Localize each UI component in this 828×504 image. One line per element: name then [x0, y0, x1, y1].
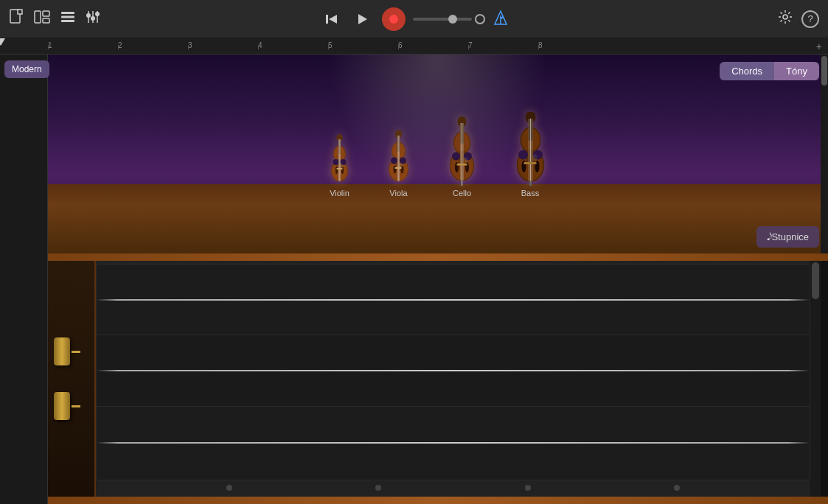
svg-point-24	[333, 159, 339, 165]
stupnice-button[interactable]: 𝅘𝅥𝅮 Stupnice	[756, 226, 819, 248]
main-area: Modern	[0, 55, 828, 504]
ruler-mark-2: 2	[118, 41, 122, 49]
violin-label: Violin	[330, 189, 349, 197]
record-dot	[389, 15, 398, 24]
instruments-row: Violin	[326, 112, 551, 197]
content-area: Violin	[48, 55, 828, 504]
tuning-peg-1	[48, 337, 94, 365]
mixer-icon[interactable]	[86, 10, 100, 28]
svg-point-31	[335, 167, 338, 174]
viola-label: Viola	[389, 189, 407, 197]
timeline-ruler: 1 2 3 4 5 6 7 8 +	[0, 38, 828, 55]
svg-rect-4	[43, 18, 49, 23]
gear-icon[interactable]	[778, 10, 793, 28]
bottom-section	[48, 253, 828, 504]
stupnice-label: Stupnice	[771, 231, 809, 242]
new-document-icon[interactable]	[9, 9, 24, 29]
ruler-mark-7: 7	[468, 41, 473, 49]
svg-point-12	[91, 16, 95, 21]
viola-icon	[383, 127, 414, 186]
svg-rect-14	[326, 15, 328, 24]
layout-icon[interactable]	[34, 10, 50, 27]
svg-rect-33	[337, 168, 343, 169]
modern-button[interactable]: Modern	[4, 60, 49, 78]
track-row-3	[97, 407, 810, 480]
ruler-mark-6: 6	[398, 41, 403, 49]
play-button[interactable]	[351, 7, 375, 31]
wood-bottom-border	[48, 497, 828, 504]
ruler-marks: 1 2 3 4 5 6 7 8	[48, 38, 828, 54]
orchestra-stage: Violin	[48, 55, 828, 253]
rewind-button[interactable]	[320, 7, 344, 31]
record-button[interactable]	[382, 7, 406, 31]
stage-scrollbar[interactable]	[821, 55, 828, 253]
fretboard-scrollbar[interactable]	[810, 259, 821, 498]
track-row-2	[97, 335, 810, 406]
svg-rect-7	[61, 20, 74, 22]
svg-point-62	[464, 157, 468, 163]
svg-rect-76	[524, 162, 537, 164]
cello-item[interactable]: Cello	[444, 116, 481, 197]
svg-marker-15	[329, 15, 337, 24]
svg-point-38	[391, 158, 397, 164]
bass-instrument-icon	[510, 112, 551, 186]
svg-rect-1	[18, 10, 22, 14]
violin-icon	[326, 130, 354, 186]
toolbar-center	[320, 7, 509, 31]
ruler-mark-4: 4	[258, 41, 262, 49]
svg-rect-2	[35, 11, 41, 23]
bass-hardware-panel	[48, 253, 96, 504]
bass-instrument-label: Bass	[521, 189, 539, 197]
toolbar-right: ?	[778, 10, 819, 28]
svg-point-48	[399, 163, 403, 168]
track-row-1	[97, 265, 810, 335]
volume-thumb	[448, 15, 457, 24]
help-icon[interactable]: ?	[801, 10, 819, 28]
fret-dot-4	[674, 485, 680, 491]
svg-marker-16	[358, 14, 367, 24]
peg-screw-2	[72, 405, 80, 407]
bass-item[interactable]: Bass	[510, 112, 551, 197]
ruler-mark-8: 8	[538, 41, 543, 49]
svg-rect-3	[43, 11, 49, 16]
chords-button[interactable]: Chords	[720, 62, 774, 80]
wood-top-border	[48, 253, 828, 261]
svg-point-52	[452, 153, 460, 161]
svg-point-11	[86, 13, 91, 18]
peg-screw-1	[72, 351, 80, 353]
svg-point-45	[394, 166, 397, 174]
svg-rect-61	[457, 164, 467, 166]
ruler-mark-5: 5	[328, 41, 333, 49]
svg-rect-5	[61, 12, 74, 14]
stage-scrollbar-thumb	[821, 56, 827, 85]
svg-point-20	[783, 15, 787, 19]
fretboard-scrollbar-thumb	[812, 262, 819, 299]
string-line-2	[97, 370, 810, 371]
list-icon[interactable]	[60, 10, 75, 27]
fret-dot-3	[525, 485, 531, 491]
svg-point-67	[518, 150, 528, 160]
string-line-1	[97, 299, 810, 301]
svg-point-13	[95, 12, 100, 16]
tony-button[interactable]: Tóny	[774, 62, 819, 80]
svg-rect-6	[61, 16, 74, 18]
cello-label: Cello	[453, 189, 471, 197]
chord-tony-group: Chords Tóny	[720, 62, 819, 80]
fretboard-body	[96, 264, 810, 480]
ruler-mark-1: 1	[48, 41, 52, 49]
fretboard	[96, 259, 821, 498]
violin-item[interactable]: Violin	[326, 130, 354, 197]
toolbar: ?	[0, 0, 828, 38]
volume-knob	[475, 14, 485, 24]
viola-item[interactable]: Viola	[383, 127, 414, 197]
fret-dot-2	[375, 485, 381, 491]
fret-dots-row	[96, 482, 810, 494]
playhead-marker	[0, 38, 5, 46]
stage-section: Violin	[48, 55, 828, 253]
volume-slider[interactable]	[413, 18, 472, 21]
toolbar-left	[9, 9, 100, 29]
metronome-icon[interactable]	[493, 10, 509, 29]
volume-control	[413, 14, 485, 24]
add-track-button[interactable]: +	[816, 41, 822, 52]
ruler-mark-3: 3	[188, 41, 192, 49]
